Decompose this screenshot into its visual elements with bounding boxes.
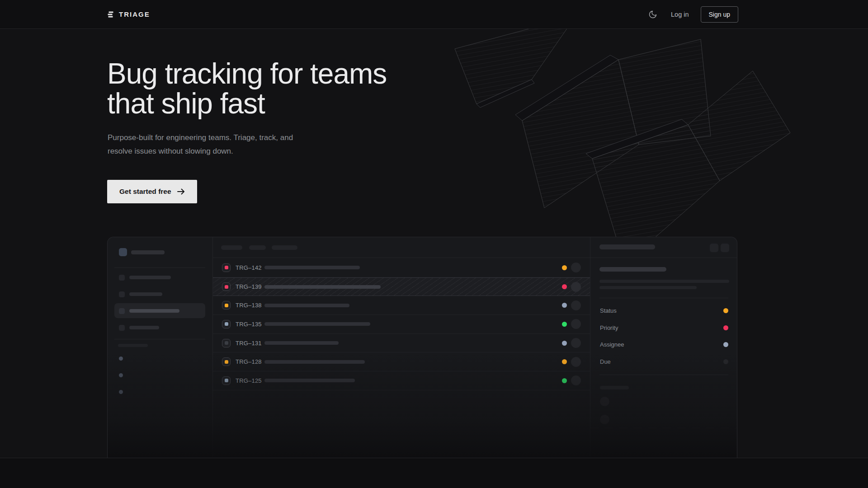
field-label: Due	[600, 358, 611, 365]
dashed-divider	[590, 427, 737, 428]
workspace-avatar-skeleton	[119, 248, 127, 256]
field-value-dot	[723, 325, 728, 330]
list-header	[213, 237, 590, 258]
detail-text-skeleton	[599, 286, 697, 289]
detail-fields: Status Priority Assignee Due	[590, 302, 737, 370]
field-label: Status	[600, 307, 617, 314]
signup-button[interactable]: Sign up	[701, 6, 738, 23]
detail-action-skeleton	[721, 244, 729, 252]
filter-tab-skeleton	[272, 245, 297, 250]
detail-field-row: Assignee	[590, 336, 737, 353]
issue-row-meta	[562, 338, 581, 348]
arrow-right-icon	[177, 188, 185, 195]
detail-header	[590, 237, 737, 258]
detail-title-skeleton	[599, 267, 666, 272]
issue-row-meta	[562, 282, 581, 292]
issue-type-icon	[222, 301, 231, 310]
app-mockup: TRG–142 TRG–139 TRG–138 TRG–135	[107, 237, 737, 458]
activity-label-skeleton	[600, 386, 629, 389]
issue-type-icon	[222, 357, 231, 366]
issue-row: TRG–131	[213, 334, 590, 353]
issue-title-skeleton	[264, 360, 365, 364]
workspace-name-skeleton	[131, 250, 165, 254]
comment-avatar-skeleton	[600, 415, 609, 424]
hero-title-line: that ship fast	[107, 89, 387, 118]
issue-type-icon	[222, 320, 231, 328]
issue-id: TRG–128	[236, 358, 264, 365]
issue-title-skeleton	[264, 266, 360, 269]
field-value-dot	[723, 359, 728, 364]
issue-title-skeleton	[264, 379, 355, 382]
get-started-button[interactable]: Get started free	[107, 180, 197, 203]
divider	[114, 339, 205, 339]
issue-row: TRG–142	[213, 258, 590, 277]
detail-breadcrumb-skeleton	[599, 244, 655, 249]
sidebar-item-skeleton	[129, 276, 171, 279]
nav-actions: Log in Sign up	[646, 6, 738, 23]
issue-row: TRG–135	[213, 315, 590, 334]
divider	[599, 375, 728, 375]
issue-row-meta	[562, 263, 581, 272]
issue-title-skeleton	[264, 304, 349, 307]
issue-type-icon	[222, 339, 231, 347]
issue-type-icon	[222, 376, 231, 385]
mockup-issue-list: TRG–142 TRG–139 TRG–138 TRG–135	[213, 237, 590, 458]
field-value-dot	[723, 308, 728, 313]
issue-row: TRG–125	[213, 371, 590, 390]
status-dot	[562, 341, 567, 346]
detail-field-row: Due	[590, 353, 737, 371]
status-dot	[562, 284, 567, 289]
field-label: Priority	[600, 324, 618, 331]
issue-row-meta	[562, 300, 581, 310]
divider	[599, 298, 728, 298]
hero-title: Bug tracking for teams that ship fast	[107, 59, 387, 118]
issue-id: TRG–131	[236, 340, 264, 347]
sidebar-dot-skeleton	[119, 357, 123, 361]
brand-logo[interactable]: TRIAGE	[107, 10, 150, 18]
issue-row-meta	[562, 319, 581, 329]
status-dot	[562, 359, 567, 364]
sidebar-item-skeleton	[129, 326, 159, 329]
issue-id: TRG–139	[236, 283, 264, 290]
hero-subtitle: Purpose-built for engineering teams. Tri…	[108, 131, 293, 158]
field-value-dot	[723, 342, 728, 347]
detail-text-skeleton	[599, 280, 729, 283]
divider	[114, 267, 205, 268]
hero-title-line: Bug tracking for teams	[107, 59, 387, 89]
issue-row: TRG–138	[213, 296, 590, 315]
detail-field-row: Priority	[590, 319, 737, 337]
assignee-avatar	[571, 282, 581, 292]
sidebar-item-icon-skeleton	[119, 275, 125, 281]
sidebar-item-icon-skeleton	[119, 325, 125, 331]
theme-toggle-button[interactable]	[646, 8, 659, 21]
issue-row: TRG–128	[213, 352, 590, 371]
status-dot	[562, 322, 567, 327]
issue-id: TRG–142	[236, 264, 264, 271]
filter-tab-skeleton	[221, 245, 242, 250]
assignee-avatar	[571, 338, 581, 348]
hero-subtitle-line: Purpose-built for engineering teams. Tri…	[108, 131, 293, 145]
status-dot	[562, 265, 567, 270]
assignee-avatar	[571, 375, 581, 385]
issue-type-icon	[222, 263, 231, 272]
field-label: Assignee	[600, 341, 624, 348]
login-link[interactable]: Log in	[671, 11, 689, 18]
issue-type-icon	[222, 282, 231, 291]
top-nav: TRIAGE Log in Sign up	[0, 0, 868, 29]
sidebar-item-icon-skeleton	[119, 291, 125, 297]
sidebar-active-item-skeleton	[129, 309, 179, 313]
status-dot	[562, 378, 567, 383]
hero-subtitle-line: resolve issues without slowing down.	[108, 145, 293, 158]
detail-action-skeleton	[710, 244, 718, 252]
issue-id: TRG–135	[236, 321, 264, 328]
assignee-avatar	[571, 357, 581, 367]
assignee-avatar	[571, 263, 581, 272]
issue-title-skeleton	[264, 341, 339, 345]
issue-row-meta	[562, 357, 581, 367]
issue-id: TRG–138	[236, 302, 264, 309]
sidebar-item-icon-skeleton	[119, 308, 125, 314]
footer-band	[0, 458, 868, 488]
assignee-avatar	[571, 300, 581, 310]
landing-page: TRIAGE Log in Sign up Bug tracking for t…	[0, 0, 868, 488]
issue-title-skeleton	[264, 285, 381, 289]
